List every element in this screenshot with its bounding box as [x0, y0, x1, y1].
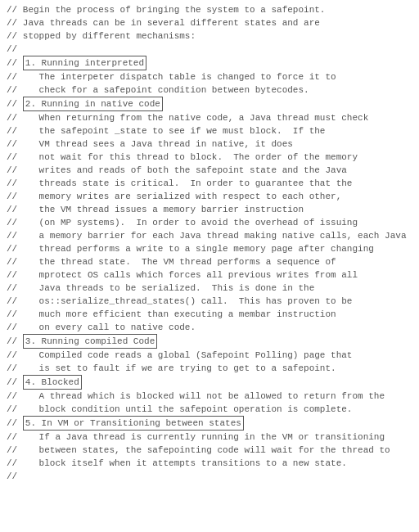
- code-line: // Compiled code reads a global (Safepoi…: [0, 349, 419, 362]
- code-line: // 1. Running interpreted: [0, 56, 419, 70]
- line-content: // VM thread sees a Java thread in nativ…: [7, 138, 293, 151]
- code-line: // the VM thread issues a memory barrier…: [0, 203, 419, 216]
- code-view: // Begin the process of bringing the sys…: [0, 0, 419, 532]
- code-line: // mprotect OS calls which forces all pr…: [0, 268, 419, 282]
- code-line: // 2. Running in native code: [0, 97, 419, 111]
- code-line: // VM thread sees a Java thread in nativ…: [0, 138, 419, 151]
- line-content: // is set to fault if we are trying to g…: [7, 362, 336, 375]
- comment-prefix: //: [7, 335, 23, 348]
- code-line: // 3. Running compiled Code: [0, 334, 419, 349]
- section-header: 1. Running interpreted: [23, 56, 146, 70]
- code-line: // memory writes are serialized with res…: [0, 190, 419, 203]
- line-content: // mprotect OS calls which forces all pr…: [7, 268, 358, 282]
- code-line: // on every call to native code.: [0, 321, 419, 334]
- line-content: // os::serialize_thread_states() call. T…: [7, 295, 352, 308]
- comment-prefix: //: [7, 376, 23, 389]
- line-content: // the safepoint _state to see if we mus…: [7, 124, 325, 138]
- line-content: // A thread which is blocked will not be…: [7, 390, 385, 403]
- line-content: // Compiled code reads a global (Safepoi…: [7, 349, 352, 362]
- section-header: 4. Blocked: [23, 375, 82, 390]
- section-header: 3. Running compiled Code: [23, 334, 157, 349]
- line-content: // not wait for this thread to block. Th…: [7, 151, 358, 164]
- code-line: // If a Java thread is currently running…: [0, 431, 419, 444]
- line-content: // Java threads to be serialized. This i…: [7, 282, 314, 295]
- comment-prefix: //: [7, 97, 23, 110]
- line-content: // stopped by different mechanisms:: [7, 29, 196, 43]
- code-line: // A thread which is blocked will not be…: [0, 390, 419, 403]
- line-content: // memory writes are serialized with res…: [7, 190, 341, 203]
- line-content: // block condition until the safepoint o…: [7, 403, 352, 416]
- code-line: // Java threads can be in several differ…: [0, 16, 419, 29]
- code-line: // Begin the process of bringing the sys…: [0, 3, 419, 16]
- comment-prefix: //: [7, 56, 23, 70]
- code-line: // much more efficient than executing a …: [0, 308, 419, 321]
- comment-prefix: //: [7, 417, 23, 430]
- line-content: // The interpeter dispatch table is chan…: [7, 70, 336, 83]
- code-line: // check for a safepoint condition betwe…: [0, 83, 419, 97]
- code-line: // stopped by different mechanisms:: [0, 29, 419, 43]
- line-content: // Java threads can be in several differ…: [7, 16, 320, 29]
- line-content: // check for a safepoint condition betwe…: [7, 83, 309, 97]
- line-content: // much more efficient than executing a …: [7, 308, 336, 321]
- code-line: // os::serialize_thread_states() call. T…: [0, 295, 419, 308]
- code-line: // block itself when it attempts transit…: [0, 457, 419, 470]
- line-content: // a memory barrier for each Java thread…: [7, 229, 406, 242]
- code-line: // 4. Blocked: [0, 375, 419, 390]
- code-line: // 5. In VM or Transitioning between sta…: [0, 416, 419, 431]
- line-content: // on every call to native code.: [7, 321, 196, 334]
- code-line: // the thread state. The VM thread perfo…: [0, 255, 419, 268]
- line-content: // block itself when it attempts transit…: [7, 457, 347, 470]
- line-content: //: [7, 470, 17, 483]
- code-line: // a memory barrier for each Java thread…: [0, 229, 419, 242]
- code-line: // block condition until the safepoint o…: [0, 403, 419, 416]
- line-content: // the thread state. The VM thread perfo…: [7, 255, 336, 268]
- line-content: // threads state is critical. In order t…: [7, 177, 352, 190]
- code-line: // (on MP systems). In order to avoid th…: [0, 216, 419, 229]
- code-line: // the safepoint _state to see if we mus…: [0, 124, 419, 138]
- line-content: // between states, the safepointing code…: [7, 444, 390, 457]
- line-content: // thread performs a write to a single m…: [7, 242, 374, 255]
- code-line: //: [0, 470, 419, 483]
- code-line: //: [0, 43, 419, 56]
- line-content: //: [7, 43, 17, 56]
- line-content: // writes and reads of both the safepoin…: [7, 164, 347, 177]
- line-content: // When returning from the native code, …: [7, 111, 368, 124]
- line-content: // the VM thread issues a memory barrier…: [7, 203, 304, 216]
- code-line: // threads state is critical. In order t…: [0, 177, 419, 190]
- section-header: 5. In VM or Transitioning between states: [23, 416, 244, 431]
- code-line: // Java threads to be serialized. This i…: [0, 282, 419, 295]
- line-content: // If a Java thread is currently running…: [7, 431, 385, 444]
- code-line: // thread performs a write to a single m…: [0, 242, 419, 255]
- section-header: 2. Running in native code: [23, 97, 163, 111]
- code-line: // The interpeter dispatch table is chan…: [0, 70, 419, 83]
- code-line: // not wait for this thread to block. Th…: [0, 151, 419, 164]
- code-line: // When returning from the native code, …: [0, 111, 419, 124]
- code-line: // is set to fault if we are trying to g…: [0, 362, 419, 375]
- code-line: // between states, the safepointing code…: [0, 444, 419, 457]
- line-content: // Begin the process of bringing the sys…: [7, 3, 325, 16]
- line-content: // (on MP systems). In order to avoid th…: [7, 216, 358, 229]
- code-line: // writes and reads of both the safepoin…: [0, 164, 419, 177]
